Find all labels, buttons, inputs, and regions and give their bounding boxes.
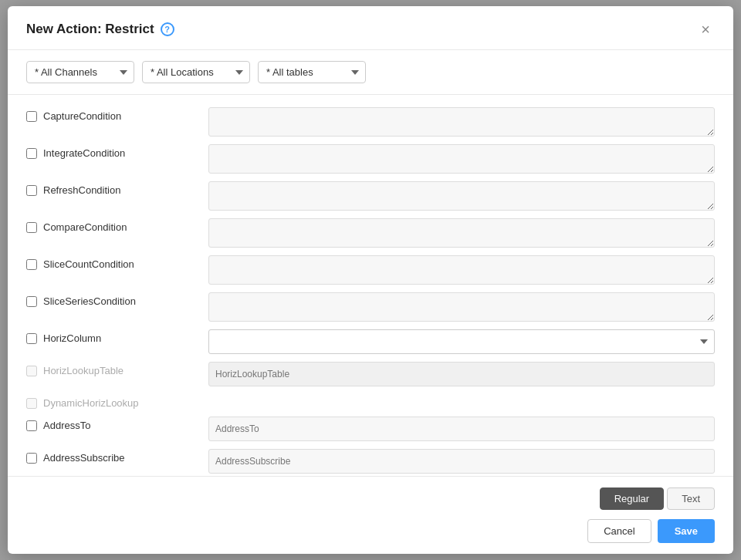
compare-textarea[interactable] (208, 218, 715, 248)
horizlookuptable-input (208, 362, 715, 386)
sliceseries-label: SliceSeriesCondition (43, 295, 136, 307)
capture-label: CaptureCondition (43, 110, 121, 122)
refresh-textarea[interactable] (208, 181, 715, 211)
modal-footer: Regular Text Cancel Save (8, 476, 733, 554)
slicecount-label: SliceCountCondition (43, 258, 134, 270)
modal-body: CaptureCondition IntegrateCondition Refr… (8, 95, 733, 476)
filters-bar: * All Channels * All Locations * All tab… (8, 50, 733, 95)
mode-buttons-group: Regular Text (26, 487, 715, 510)
modal-header: New Action: Restrict ? × (8, 6, 733, 50)
regular-mode-button[interactable]: Regular (600, 487, 665, 510)
modal-title: New Action: Restrict (26, 22, 154, 37)
integrate-checkbox[interactable] (26, 148, 37, 159)
table-row: SliceCountCondition (26, 255, 715, 285)
help-icon[interactable]: ? (161, 22, 174, 36)
horizcolumn-select[interactable] (208, 329, 715, 354)
refresh-checkbox[interactable] (26, 185, 37, 196)
title-group: New Action: Restrict ? (26, 22, 174, 37)
tables-select[interactable]: * All tables (258, 61, 366, 83)
horizlookuptable-checkbox[interactable] (26, 366, 37, 376)
modal-dialog: New Action: Restrict ? × * All Channels … (8, 6, 733, 554)
table-row: CompareCondition (26, 218, 715, 248)
sliceseries-textarea[interactable] (208, 292, 715, 322)
action-buttons-group: Cancel Save (26, 519, 715, 543)
table-row: IntegrateCondition (26, 144, 715, 174)
horizlookuptable-label: HorizLookupTable (43, 365, 124, 376)
integrate-textarea[interactable] (208, 144, 715, 174)
slicecount-checkbox[interactable] (26, 259, 37, 270)
cancel-button[interactable]: Cancel (587, 519, 651, 543)
modal-overlay: New Action: Restrict ? × * All Channels … (0, 0, 741, 560)
addresssubscribe-label: AddressSubscribe (43, 452, 125, 464)
dynamichorizlookup-checkbox[interactable] (26, 398, 37, 409)
text-mode-button[interactable]: Text (667, 487, 715, 510)
refresh-label: RefreshCondition (43, 184, 120, 196)
addresssubscribe-input[interactable] (208, 449, 715, 474)
horizcolumn-label: HorizColumn (43, 332, 101, 344)
addressto-label: AddressTo (43, 420, 90, 431)
capture-textarea[interactable] (208, 107, 715, 137)
table-row: DynamicHorizLookup (26, 394, 715, 409)
channels-select[interactable]: * All Channels (26, 61, 134, 83)
table-row: RefreshCondition (26, 181, 715, 211)
addressto-checkbox[interactable] (26, 420, 37, 431)
close-button[interactable]: × (696, 20, 715, 39)
table-row: HorizColumn (26, 329, 715, 354)
locations-select[interactable]: * All Locations (142, 61, 250, 83)
save-button[interactable]: Save (658, 519, 715, 543)
compare-checkbox[interactable] (26, 222, 37, 233)
table-row: AddressSubscribe (26, 449, 715, 474)
table-row: HorizLookupTable (26, 362, 715, 386)
table-row: SliceSeriesCondition (26, 292, 715, 322)
slicecount-textarea[interactable] (208, 255, 715, 285)
sliceseries-checkbox[interactable] (26, 296, 37, 307)
dynamichorizlookup-label: DynamicHorizLookup (43, 397, 139, 409)
addressto-input[interactable] (208, 417, 715, 441)
compare-label: CompareCondition (43, 221, 127, 233)
table-row: CaptureCondition (26, 107, 715, 137)
integrate-label: IntegrateCondition (43, 147, 125, 159)
horizcolumn-checkbox[interactable] (26, 333, 37, 344)
addresssubscribe-checkbox[interactable] (26, 453, 37, 464)
table-row: AddressTo (26, 417, 715, 441)
capture-checkbox[interactable] (26, 111, 37, 122)
